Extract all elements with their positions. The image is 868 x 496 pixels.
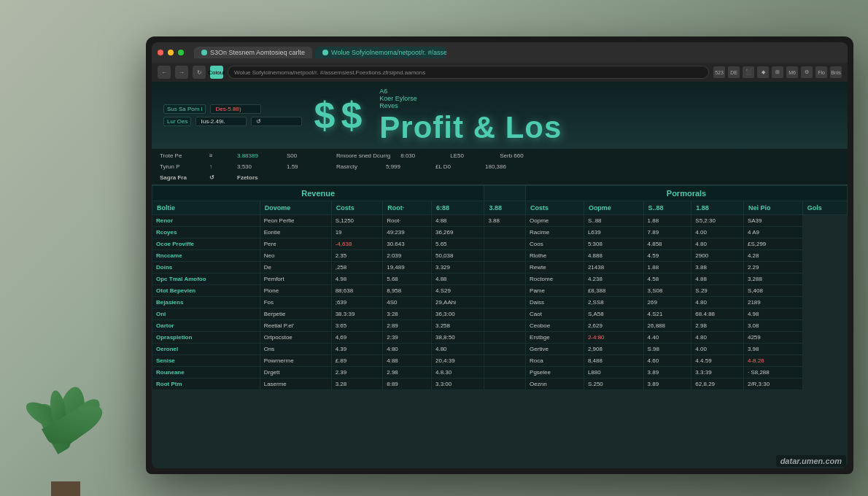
cell-r7-c7[interactable]: 2,SS8 <box>584 297 643 309</box>
cell-r12-c0[interactable]: Senise <box>152 355 260 367</box>
cell-r4-c3[interactable]: 19,489 <box>383 262 432 274</box>
cell-r4-c5[interactable] <box>484 262 526 274</box>
cell-r2-c0[interactable]: Ocoe Proviffe <box>152 239 260 250</box>
cell-r12-c8[interactable]: 4.60 <box>643 355 691 367</box>
cell-r3-c5[interactable] <box>484 250 526 262</box>
cell-r12-c5[interactable] <box>484 355 526 367</box>
cell-r5-c9[interactable]: 4.88 <box>691 274 744 285</box>
cell-r2-c2[interactable]: -4,638 <box>331 239 383 250</box>
cell-r10-c1[interactable]: Ortpocstoe <box>260 332 331 344</box>
cell-r4-c1[interactable]: De <box>260 262 331 274</box>
cell-r14-c6[interactable]: Oeznn <box>526 379 584 390</box>
toolbar-icon-6[interactable]: M6 <box>786 66 798 78</box>
browser-tab-1[interactable]: S3On Stesnem Aomtosieq carlte <box>194 47 312 58</box>
cell-r13-c8[interactable]: 3.89 <box>643 367 691 379</box>
window-close-dot[interactable] <box>158 50 163 55</box>
cell-r13-c0[interactable]: Rouneane <box>152 367 260 379</box>
cell-r4-c10[interactable]: 2.29 <box>743 262 802 274</box>
cell-r4-c8[interactable]: 1.88 <box>643 262 691 274</box>
cell-r11-c3[interactable]: 4:80 <box>383 344 432 355</box>
cell-r1-c6[interactable]: Racime <box>526 227 584 239</box>
cell-r6-c5[interactable] <box>484 285 526 297</box>
cell-r1-c1[interactable]: Eontie <box>260 227 331 239</box>
cell-r7-c5[interactable] <box>484 297 526 309</box>
cell-r12-c6[interactable]: Roca <box>526 355 584 367</box>
cell-r14-c0[interactable]: Root Ptm <box>152 379 260 390</box>
cell-r3-c6[interactable]: Rlothe <box>526 250 584 262</box>
cell-r3-c1[interactable]: Neo <box>260 250 331 262</box>
cell-r9-c7[interactable]: 2,629 <box>584 320 643 332</box>
cell-r11-c9[interactable]: 4.00 <box>691 344 744 355</box>
cell-r14-c2[interactable]: 3.28 <box>331 379 383 390</box>
cell-r6-c2[interactable]: 88;638 <box>331 285 383 297</box>
cell-r3-c0[interactable]: Rnccame <box>152 250 260 262</box>
cell-r0-c6[interactable]: Oopme <box>526 215 584 227</box>
cell-r11-c1[interactable]: Ons <box>260 344 331 355</box>
cell-r7-c0[interactable]: Bejasiens <box>152 297 260 309</box>
browser-tab-2[interactable]: Wolue Sofyiolnemoma/netpoot/r. #/assemsi… <box>315 47 446 58</box>
cell-r14-c5[interactable] <box>484 379 526 390</box>
cell-r0-c2[interactable]: S,1250 <box>331 215 383 227</box>
cell-r5-c6[interactable]: Roctome <box>526 274 584 285</box>
cell-r7-c4[interactable]: 29,AAhi <box>432 297 484 309</box>
cell-r10-c8[interactable]: 4.40 <box>643 332 691 344</box>
cell-r1-c8[interactable]: 7.89 <box>643 227 691 239</box>
cell-r6-c1[interactable]: Pione <box>260 285 331 297</box>
cell-r7-c6[interactable]: Daiss <box>526 297 584 309</box>
cell-r8-c1[interactable]: Berpetie <box>260 309 331 320</box>
toolbar-icon-8[interactable]: Flo <box>815 66 827 78</box>
cell-r5-c5[interactable] <box>484 274 526 285</box>
cell-r1-c10[interactable]: 4 A9 <box>743 227 802 239</box>
window-maximize-dot[interactable] <box>178 50 184 55</box>
cell-r4-c4[interactable]: 3.329 <box>432 262 484 274</box>
cell-r4-c2[interactable]: ,258 <box>331 262 383 274</box>
cell-r3-c7[interactable]: 4.888 <box>584 250 643 262</box>
cell-r6-c6[interactable]: Pame <box>526 285 584 297</box>
cell-r6-c9[interactable]: S.29 <box>691 285 744 297</box>
cell-r2-c8[interactable]: 4.858 <box>643 239 691 250</box>
cell-r10-c0[interactable]: Opraspletion <box>152 332 260 344</box>
cell-r9-c6[interactable]: Ceoboe <box>526 320 584 332</box>
cell-r9-c3[interactable]: 2:89 <box>383 320 432 332</box>
cell-r2-c1[interactable]: Pere <box>260 239 331 250</box>
cell-r0-c1[interactable]: Peon Perfie <box>260 215 331 227</box>
cell-r0-c5[interactable]: 3.88 <box>484 215 526 227</box>
cell-r1-c4[interactable]: 36,269 <box>432 227 484 239</box>
cell-r1-c3[interactable]: 49:239 <box>383 227 432 239</box>
cell-r8-c3[interactable]: 3:28 <box>383 309 432 320</box>
cell-r11-c7[interactable]: 2,908 <box>584 344 643 355</box>
cell-r5-c10[interactable]: 3.288 <box>743 274 802 285</box>
cell-r13-c4[interactable]: 4.8.30 <box>432 367 484 379</box>
cell-r7-c3[interactable]: 4S0 <box>383 297 432 309</box>
cell-r10-c4[interactable]: 38,8:50 <box>432 332 484 344</box>
cell-r13-c5[interactable] <box>484 367 526 379</box>
cell-r4-c7[interactable]: 21438 <box>584 262 643 274</box>
cell-r8-c5[interactable] <box>484 309 526 320</box>
cell-r2-c5[interactable] <box>484 239 526 250</box>
refresh-btn[interactable]: ↺ <box>251 117 302 126</box>
toolbar-icon-7[interactable]: ⚙ <box>801 66 813 78</box>
cell-r11-c4[interactable]: 4.80 <box>432 344 484 355</box>
cell-r10-c10[interactable]: 4259 <box>743 332 802 344</box>
cell-r8-c2[interactable]: 38.3:39 <box>331 309 383 320</box>
toolbar-icon-4[interactable]: ◆ <box>757 66 769 78</box>
back-button[interactable]: ← <box>158 66 171 79</box>
cell-r9-c9[interactable]: 2.98 <box>691 320 744 332</box>
cell-r2-c9[interactable]: 4.80 <box>691 239 744 250</box>
cell-r2-c3[interactable]: 30.643 <box>383 239 432 250</box>
cell-r11-c2[interactable]: 4.39 <box>331 344 383 355</box>
cell-r2-c10[interactable]: £S,299 <box>743 239 802 250</box>
colour-button[interactable]: Colour <box>210 66 223 79</box>
cell-r9-c10[interactable]: 3.08 <box>743 320 802 332</box>
cell-r9-c0[interactable]: Oartor <box>152 320 260 332</box>
cell-r8-c7[interactable]: S,A58 <box>584 309 643 320</box>
cell-r14-c8[interactable]: 3.89 <box>643 379 691 390</box>
cell-r1-c0[interactable]: Rcoyes <box>152 227 260 239</box>
cell-r5-c3[interactable]: 5.68 <box>383 274 432 285</box>
cell-r1-c7[interactable]: L639 <box>584 227 643 239</box>
cell-r0-c7[interactable]: S..88 <box>584 215 643 227</box>
cell-r3-c4[interactable]: 50,038 <box>432 250 484 262</box>
cell-r7-c1[interactable]: Fos <box>260 297 331 309</box>
cell-r9-c1[interactable]: Reetial P.el' <box>260 320 331 332</box>
toolbar-icon-5[interactable]: ⊞ <box>772 66 783 78</box>
